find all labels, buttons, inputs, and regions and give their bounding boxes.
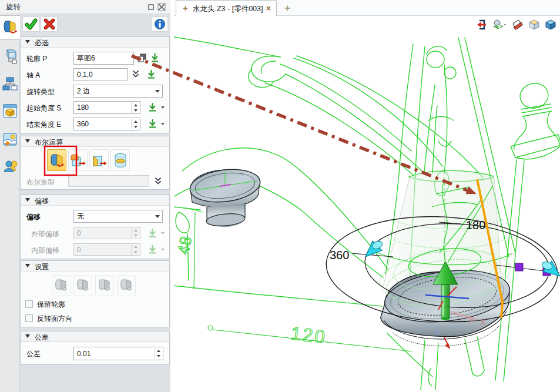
boolean-remove-icon bbox=[91, 152, 108, 169]
boolean-base-icon bbox=[49, 152, 65, 169]
tan-box-icon[interactable] bbox=[528, 19, 540, 31]
window-cube-tool[interactable] bbox=[0, 99, 19, 123]
tab-title: 水龙头.Z3 - [零件003] bbox=[193, 4, 263, 14]
boolean-intersect-icon bbox=[112, 152, 129, 169]
end-angle-input[interactable]: 360 bbox=[73, 118, 140, 130]
angle-start-label[interactable]: 180 bbox=[466, 219, 485, 232]
chevrons-down-icon[interactable] bbox=[131, 69, 140, 79]
image-tool[interactable] bbox=[0, 127, 19, 152]
spinner[interactable] bbox=[131, 102, 139, 113]
pick-arrow-icon[interactable] bbox=[147, 118, 157, 129]
offset-combo[interactable]: 无 bbox=[73, 210, 163, 223]
copy-icon[interactable] bbox=[137, 53, 147, 63]
image-icon bbox=[2, 132, 18, 147]
x-axis-label: X bbox=[480, 317, 486, 327]
pick-arrow-icon[interactable] bbox=[147, 102, 157, 112]
person-tool[interactable] bbox=[0, 154, 19, 179]
section-title: 布尔运算 bbox=[35, 138, 63, 148]
inner-offset-label: 内部偏移 bbox=[31, 246, 59, 256]
sketch-view-icon[interactable] bbox=[492, 19, 507, 31]
eraser-icon[interactable] bbox=[512, 19, 524, 31]
profile-input[interactable]: 草图6 bbox=[73, 52, 134, 65]
check-icon bbox=[25, 18, 38, 30]
3d-scene: 48 120 bbox=[174, 16, 560, 392]
pick-arrow-icon bbox=[147, 227, 157, 238]
spinner bbox=[131, 228, 139, 238]
start-angle-label: 起始角度 S bbox=[26, 103, 61, 113]
ok-button[interactable] bbox=[22, 16, 39, 32]
section-tolerance: 公差 公差 0.01 bbox=[20, 331, 170, 365]
purple-handle-1[interactable] bbox=[515, 263, 523, 271]
svg-text:120: 120 bbox=[290, 323, 328, 347]
exit-icon[interactable] bbox=[475, 19, 487, 31]
settings-option-1[interactable] bbox=[52, 275, 71, 296]
spinner[interactable] bbox=[154, 348, 162, 359]
axis-input[interactable]: 0,1,0 bbox=[73, 68, 128, 81]
tab-plus-icon: + bbox=[183, 3, 188, 13]
info-icon bbox=[154, 18, 166, 30]
tab-bar: + 水龙头.Z3 - [零件003] × + bbox=[174, 0, 560, 16]
revolve-tool[interactable] bbox=[0, 15, 20, 40]
boolean-intersect-button[interactable] bbox=[110, 149, 130, 171]
end-angle-label: 结束角度 E bbox=[26, 120, 61, 130]
revolve-type-label: 旋转类型 bbox=[26, 87, 55, 97]
blue-box-icon[interactable] bbox=[545, 19, 556, 31]
settings-option-3[interactable] bbox=[95, 275, 114, 296]
gray-revolve-icon bbox=[75, 277, 90, 294]
dialog-title: 旋转 bbox=[6, 2, 21, 12]
viewport-3d[interactable]: 48 120 bbox=[174, 16, 560, 392]
side-tool-strip bbox=[0, 14, 19, 392]
section-tolerance-header[interactable]: 公差 bbox=[21, 331, 169, 342]
dropdown-arrow-icon[interactable] bbox=[161, 106, 165, 109]
revolve-type-combo[interactable]: 2 边 bbox=[73, 85, 163, 98]
section-offset-header[interactable]: 偏移 bbox=[21, 195, 169, 206]
spinner[interactable] bbox=[131, 119, 139, 129]
cancel-button[interactable] bbox=[41, 16, 58, 32]
dropdown-arrow-icon[interactable] bbox=[161, 123, 165, 125]
frame-cube-tool[interactable] bbox=[0, 45, 19, 69]
close-icon[interactable] bbox=[157, 3, 166, 11]
section-settings-header[interactable]: 设置 bbox=[21, 261, 169, 272]
gray-revolve-icon bbox=[97, 277, 112, 294]
z-axis-label: Z bbox=[435, 326, 441, 336]
offset-label: 偏移 bbox=[26, 212, 41, 222]
start-angle-input[interactable]: 180 bbox=[73, 101, 140, 114]
boolean-remove-button[interactable] bbox=[89, 149, 109, 171]
section-title: 公差 bbox=[35, 333, 49, 343]
gray-revolve-icon bbox=[119, 277, 134, 294]
keep-profile-checkbox[interactable] bbox=[25, 300, 33, 308]
inner-offset-input: 0 bbox=[73, 243, 140, 256]
section-boolean-header[interactable]: 布尔运算 bbox=[21, 136, 169, 147]
gray-revolve-icon bbox=[53, 277, 69, 294]
boolean-add-button[interactable] bbox=[68, 149, 88, 171]
flip-face-checkbox[interactable] bbox=[25, 314, 33, 322]
tolerance-input[interactable]: 0.01 bbox=[73, 347, 163, 360]
boolean-base-button[interactable] bbox=[47, 149, 66, 171]
info-button[interactable] bbox=[151, 16, 168, 32]
angle-end-label[interactable]: 360 bbox=[330, 249, 349, 262]
pick-arrow-icon[interactable] bbox=[146, 69, 156, 79]
dialog-titlebar[interactable]: 旋转 bbox=[0, 0, 170, 14]
collapse-triangle-icon bbox=[25, 334, 30, 338]
section-settings: 设置 bbox=[20, 260, 170, 327]
flip-face-label: 反转面方向 bbox=[37, 314, 72, 324]
restore-icon[interactable] bbox=[147, 3, 155, 11]
x-icon bbox=[43, 18, 55, 30]
viewport-toolbar bbox=[475, 19, 556, 31]
outer-offset-label: 外部偏移 bbox=[31, 229, 59, 239]
new-tab-button[interactable]: + bbox=[284, 2, 290, 14]
pick-arrow-icon[interactable] bbox=[150, 52, 160, 63]
section-offset: 偏移 偏移 无 外部偏移 0 内部偏移 0 bbox=[20, 195, 170, 259]
document-area: 48 120 bbox=[174, 0, 560, 392]
settings-option-2[interactable] bbox=[73, 275, 92, 296]
revolve-dialog: 旋转 bbox=[0, 0, 170, 392]
section-required-header[interactable]: 必选 bbox=[21, 37, 169, 48]
tab-close-icon[interactable]: × bbox=[266, 4, 271, 13]
dimension-120: 120 bbox=[208, 323, 413, 351]
spinner bbox=[131, 244, 139, 254]
document-tab[interactable]: + 水龙头.Z3 - [零件003] × bbox=[176, 0, 277, 16]
knob-left bbox=[188, 166, 262, 227]
settings-option-4[interactable] bbox=[117, 275, 136, 296]
tree-tool[interactable] bbox=[0, 72, 19, 96]
chevrons-down-icon[interactable] bbox=[153, 176, 163, 186]
